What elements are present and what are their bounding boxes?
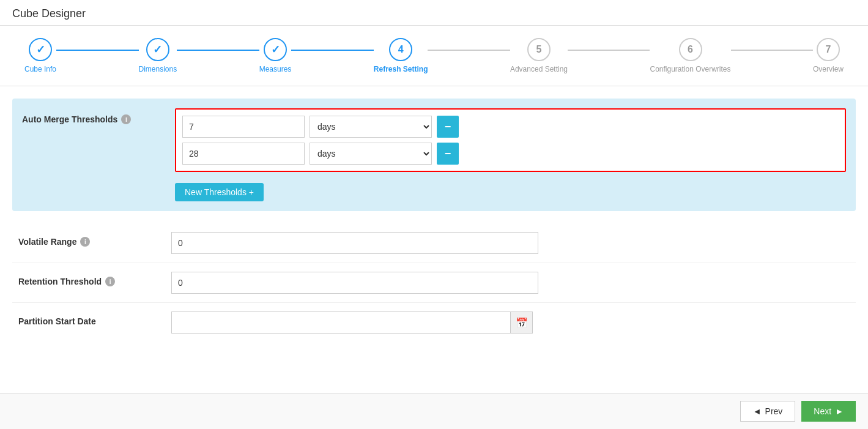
check-icon-3: ✓: [271, 43, 280, 56]
next-button[interactable]: Next ►: [801, 401, 856, 422]
step-line-1: [56, 50, 138, 51]
retention-threshold-info-icon[interactable]: i: [105, 277, 115, 286]
step-number-6: 6: [688, 44, 693, 55]
step-circle-5: 5: [527, 38, 551, 61]
auto-merge-info-icon[interactable]: i: [121, 114, 131, 124]
retention-threshold-section: Retention Threshold i: [12, 263, 856, 303]
calendar-icon: 📅: [516, 317, 528, 329]
step-circle-3: ✓: [264, 38, 287, 61]
partition-start-date-input[interactable]: [171, 311, 511, 334]
next-arrow-icon: ►: [835, 406, 844, 416]
step-circle-7: 7: [817, 38, 840, 61]
partition-start-date-label: Partition Start Date: [18, 316, 96, 326]
volatile-range-section: Volatile Range i: [12, 223, 856, 263]
step-measures[interactable]: ✓ Measures: [259, 38, 292, 73]
step-number-5: 5: [536, 44, 542, 55]
main-content: Auto Merge Thresholds i days weeks month…: [0, 86, 868, 354]
threshold-row-1: days weeks months −: [182, 116, 839, 138]
stepper: ✓ Cube Info ✓ Dimensions ✓ Measures: [24, 38, 844, 73]
threshold-value-2[interactable]: [182, 143, 305, 165]
step-line-3: [291, 50, 373, 51]
step-label-5: Advanced Setting: [510, 65, 568, 73]
retention-threshold-label-area: Retention Threshold i: [18, 272, 171, 286]
step-refresh-setting[interactable]: 4 Refresh Setting: [374, 38, 428, 73]
step-advanced-setting[interactable]: 5 Advanced Setting: [510, 38, 568, 73]
step-circle-4: 4: [389, 38, 412, 61]
step-line-2: [177, 50, 259, 51]
volatile-range-label-area: Volatile Range i: [18, 232, 171, 247]
volatile-range-input[interactable]: [171, 232, 538, 254]
threshold-unit-2[interactable]: days weeks months: [310, 143, 432, 165]
threshold-box: days weeks months − days weeks: [175, 108, 846, 172]
step-line-5: [568, 50, 650, 51]
step-circle-2: ✓: [146, 38, 169, 61]
step-label-2: Dimensions: [139, 65, 177, 73]
check-icon-2: ✓: [153, 43, 162, 56]
step-dimensions[interactable]: ✓ Dimensions: [139, 38, 177, 73]
prev-arrow-icon: ◄: [753, 406, 762, 416]
page-title: Cube Designer: [12, 7, 86, 20]
step-config-overwrites[interactable]: 6 Configuration Overwrites: [650, 38, 730, 73]
volatile-range-label: Volatile Range: [18, 237, 76, 247]
threshold-row-2: days weeks months −: [182, 143, 839, 165]
step-label-1: Cube Info: [24, 65, 56, 73]
check-icon-1: ✓: [36, 43, 45, 56]
page-wrapper: Cube Designer ✓ Cube Info ✓ Dimensions: [0, 0, 868, 429]
volatile-range-info-icon[interactable]: i: [80, 237, 90, 247]
auto-merge-label: Auto Merge Thresholds: [22, 114, 117, 124]
step-label-3: Measures: [259, 65, 292, 73]
step-line-6: [731, 50, 813, 51]
auto-merge-label-area: Auto Merge Thresholds i: [22, 108, 175, 201]
prev-button[interactable]: ◄ Prev: [740, 401, 796, 422]
prev-label: Prev: [765, 406, 783, 416]
step-circle-6: 6: [679, 38, 702, 61]
remove-threshold-2[interactable]: −: [437, 143, 459, 165]
step-label-4: Refresh Setting: [374, 65, 428, 73]
header: Cube Designer: [0, 0, 868, 26]
new-threshold-button[interactable]: New Thresholds +: [175, 183, 264, 201]
retention-threshold-label: Retention Threshold: [18, 277, 102, 286]
remove-threshold-1[interactable]: −: [437, 116, 459, 138]
stepper-container: ✓ Cube Info ✓ Dimensions ✓ Measures: [0, 26, 868, 86]
partition-start-date-section: Partition Start Date 📅: [12, 303, 856, 342]
date-wrapper: 📅: [171, 311, 533, 334]
step-label-7: Overview: [813, 65, 844, 73]
step-circle-1: ✓: [29, 38, 52, 61]
threshold-value-1[interactable]: [182, 116, 305, 138]
step-line-4: [428, 50, 510, 51]
step-overview[interactable]: 7 Overview: [813, 38, 844, 73]
auto-merge-section: Auto Merge Thresholds i days weeks month…: [12, 99, 856, 211]
footer: ◄ Prev Next ►: [0, 393, 868, 429]
retention-threshold-input[interactable]: [171, 272, 538, 294]
step-number-7: 7: [826, 44, 831, 55]
partition-start-date-label-area: Partition Start Date: [18, 311, 171, 326]
threshold-unit-1[interactable]: days weeks months: [310, 116, 432, 138]
step-number-4: 4: [398, 44, 404, 55]
calendar-button[interactable]: 📅: [511, 311, 533, 334]
threshold-right: days weeks months − days weeks: [175, 108, 846, 201]
threshold-section-inner: Auto Merge Thresholds i days weeks month…: [22, 108, 846, 201]
step-cube-info[interactable]: ✓ Cube Info: [24, 38, 56, 73]
step-label-6: Configuration Overwrites: [650, 65, 730, 73]
next-label: Next: [814, 406, 831, 416]
